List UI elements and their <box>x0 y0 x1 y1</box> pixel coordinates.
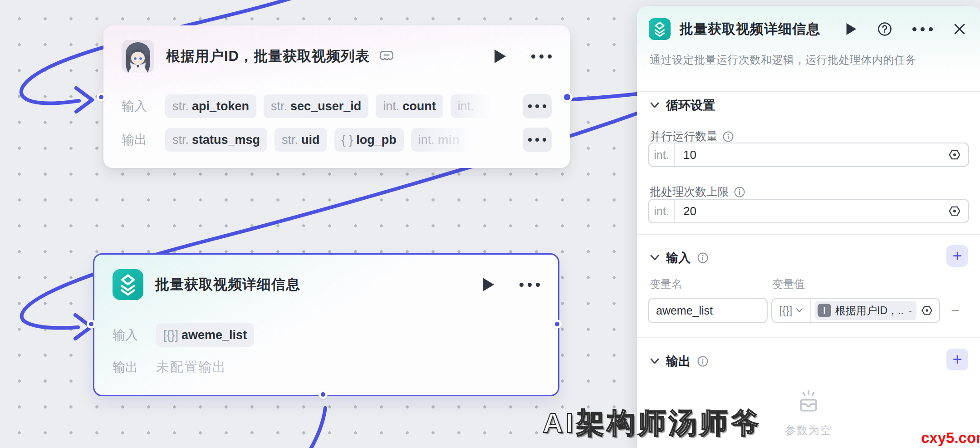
output-row-label: 输出 <box>113 359 149 376</box>
node1-input-port[interactable] <box>97 93 106 102</box>
param-tag: { }log_pb <box>334 128 404 152</box>
reference-suffix: - <box>908 305 912 317</box>
remove-row-button[interactable]: − <box>951 303 960 318</box>
store-icon <box>379 49 394 64</box>
panel-more-menu[interactable] <box>912 27 933 31</box>
chevron-down-icon <box>650 254 660 261</box>
parallel-count-field: int. <box>648 143 969 167</box>
section-heading: 输入 <box>666 250 691 266</box>
node-config-panel: 批量获取视频详细信息 通过设定批量运行次数和逻辑，运行批处理体内的任务 循环设置 <box>637 6 980 448</box>
watermark-site: cxy5.com <box>921 429 980 447</box>
parallel-count-label: 并行运行数量 <box>650 129 734 144</box>
parallel-count-input[interactable] <box>683 148 947 162</box>
node1-title: 根据用户ID，批量获取视频列表 <box>166 47 370 66</box>
type-prefix: int. <box>649 200 675 222</box>
section-loop-settings[interactable]: 循环设置 <box>650 97 715 113</box>
close-icon[interactable] <box>953 22 966 36</box>
panel-title: 批量获取视频详细信息 <box>680 20 820 39</box>
section-input[interactable]: 输入 <box>650 250 709 266</box>
variable-name-input[interactable] <box>656 304 760 317</box>
divider <box>637 337 980 338</box>
batch-node-icon <box>113 269 143 300</box>
reference-text: 根据用户ID，... <box>835 304 904 318</box>
variable-value-field: [{}] ! 根据用户ID，... - <box>771 298 940 323</box>
input-row-label: 输入 <box>122 98 158 115</box>
type-prefix: int. <box>649 143 675 166</box>
info-icon[interactable] <box>734 186 745 198</box>
node2-run-button[interactable] <box>481 277 495 292</box>
node1-more-menu[interactable] <box>531 54 552 59</box>
info-icon[interactable] <box>722 131 734 143</box>
param-tag: str.status_msg <box>165 128 267 152</box>
divider <box>637 234 980 235</box>
batch-limit-input[interactable] <box>683 204 947 218</box>
variable-reference-icon[interactable] <box>947 204 962 218</box>
node-video-list[interactable]: 根据用户ID，批量获取视频列表 输入 str.api_token str.sec… <box>103 25 570 168</box>
section-output[interactable]: 输出 <box>650 353 709 369</box>
input-column-headers: 变量名 变量值 <box>650 277 805 291</box>
param-tag: [{}]aweme_list <box>156 323 254 347</box>
node2-header: 批量获取视频详细信息 <box>113 267 540 302</box>
reference-value-pill[interactable]: ! 根据用户ID，... - <box>815 301 916 320</box>
add-output-button[interactable]: + <box>946 349 968 370</box>
node2-input-port[interactable] <box>87 320 96 329</box>
variable-name-field <box>648 298 768 323</box>
divider <box>637 91 980 92</box>
type-selector[interactable]: [{}] <box>772 299 811 322</box>
node1-avatar <box>122 40 154 73</box>
node2-output-port[interactable] <box>553 320 562 329</box>
node1-run-button[interactable] <box>493 49 507 64</box>
info-icon[interactable] <box>697 252 709 264</box>
node2-bottom-port[interactable] <box>318 390 328 399</box>
watermark-text: AI架构师汤师爷 <box>543 404 761 442</box>
column-variable-value: 变量值 <box>772 277 805 291</box>
param-tag-truncated: int. <box>451 94 494 118</box>
output-not-configured-text: 未配置输出 <box>156 358 226 376</box>
param-tag: str.api_token <box>165 94 256 118</box>
section-heading: 输出 <box>666 353 691 369</box>
wire-from-node1-out[interactable] <box>573 94 641 99</box>
wire-from-node2-bottom[interactable] <box>309 408 325 448</box>
param-tag: str.sec_user_id <box>264 94 368 118</box>
section-heading: 循环设置 <box>666 97 715 113</box>
empty-box-icon <box>795 388 822 414</box>
panel-subtitle: 通过设定批量运行次数和逻辑，运行批处理体内的任务 <box>650 53 967 67</box>
param-tag: int.count <box>376 94 443 118</box>
node1-output-more-button[interactable] <box>523 128 552 152</box>
node1-input-more-button[interactable] <box>523 94 552 118</box>
param-tag-truncated: int.min_ <box>411 128 480 152</box>
warning-badge: ! <box>818 304 831 317</box>
output-row-label: 输出 <box>122 131 158 148</box>
node1-header: 根据用户ID，批量获取视频列表 <box>122 39 552 74</box>
batch-limit-label: 批处理次数上限 <box>650 184 745 199</box>
node2-title: 批量获取视频详细信息 <box>155 275 300 294</box>
chevron-down-icon <box>796 308 803 313</box>
chevron-down-icon <box>650 358 660 365</box>
batch-node-icon <box>649 18 671 40</box>
variable-reference-icon[interactable] <box>947 148 962 162</box>
node-batch-details[interactable]: 批量获取视频详细信息 输入 [{}]aweme_list 输出 未配置输出 <box>93 253 559 396</box>
node2-more-menu[interactable] <box>519 283 540 287</box>
node1-output-row: 输出 str.status_msg str.uid { }log_pb int.… <box>122 128 552 152</box>
node2-input-row: 输入 [{}]aweme_list <box>113 323 540 347</box>
node1-output-port[interactable] <box>562 92 573 103</box>
column-variable-name: 变量名 <box>650 277 772 291</box>
node2-output-row: 输出 未配置输出 <box>113 358 540 376</box>
param-tag: str.uid <box>274 128 327 152</box>
empty-params-text: 参数为空 <box>785 423 832 438</box>
chevron-down-icon <box>650 102 660 109</box>
node1-input-row: 输入 str.api_token str.sec_user_id int.cou… <box>122 94 552 118</box>
input-row-label: 输入 <box>113 326 149 344</box>
batch-limit-field: int. <box>648 199 969 223</box>
avatar-illustration <box>122 40 154 73</box>
help-icon[interactable] <box>877 21 892 37</box>
add-input-button[interactable]: + <box>946 245 968 267</box>
info-icon[interactable] <box>697 355 709 367</box>
variable-reference-icon[interactable] <box>920 304 934 317</box>
panel-run-button[interactable] <box>845 22 857 36</box>
